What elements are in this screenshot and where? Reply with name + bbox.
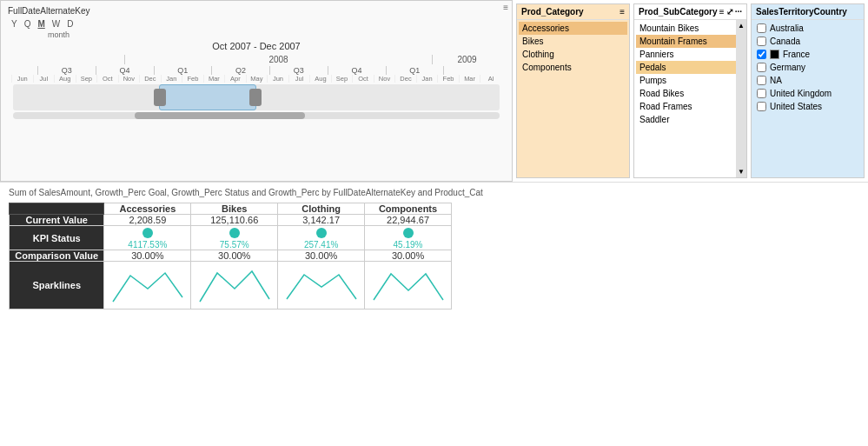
subcategory-pedals[interactable]: Pedals <box>636 61 745 74</box>
kpi-pct-accessories: 4117.53% <box>104 240 190 250</box>
subcategory-mountain-frames[interactable]: Mountain Frames <box>636 35 745 48</box>
territory-uk-checkbox[interactable] <box>757 89 766 98</box>
territory-australia-checkbox[interactable] <box>757 23 766 33</box>
table-row-kpi: KPI Status 4117.53% 75.57% 257.41% 45.19… <box>10 226 452 250</box>
ctrl-w[interactable]: W <box>52 19 60 29</box>
m-nov2: Nov <box>374 75 395 83</box>
prod-category-header: Prod_Category ≡ <box>517 4 629 20</box>
timeline-title: FullDateAlternateKey <box>4 4 508 17</box>
timeline-selection[interactable] <box>159 84 256 110</box>
subcategory-saddles[interactable]: Saddler <box>636 113 745 126</box>
m-dec: Dec <box>139 75 161 83</box>
category-item-components[interactable]: Components <box>519 61 627 74</box>
q-q3: Q3 <box>37 66 96 75</box>
subcategory-road-bikes[interactable]: Road Bikes <box>636 87 745 100</box>
kpi-clothing: 257.41% <box>278 226 365 250</box>
territory-germany-checkbox[interactable] <box>757 63 766 72</box>
territory-us-label: United States <box>770 102 822 111</box>
ctrl-q[interactable]: Q <box>24 19 31 29</box>
kpi-components: 45.19% <box>365 226 452 250</box>
m-nov: Nov <box>118 75 140 83</box>
territory-canada-checkbox[interactable] <box>757 37 766 46</box>
kpi-dot-clothing <box>316 228 327 238</box>
timeline-scroll-thumb[interactable] <box>135 112 305 119</box>
metric-current-value: Current Value <box>10 215 104 226</box>
table-row-sparklines: Sparklines <box>10 262 452 310</box>
ctrl-d[interactable]: D <box>67 19 73 29</box>
comp-components: 30.00% <box>365 250 452 262</box>
q-q4: Q4 <box>96 66 154 75</box>
territory-na[interactable]: NA <box>753 74 862 87</box>
category-item-clothing[interactable]: Clothing <box>519 48 627 61</box>
chart-subtitle: Sum of SalesAmount, Growth_Perc Goal, Gr… <box>9 188 859 197</box>
m-jul: Jul <box>33 75 55 83</box>
prod-subcategory-header: Prod_SubCategory ≡ ⤢ ··· <box>634 4 746 20</box>
kpi-dot-bikes <box>229 228 240 238</box>
territory-na-checkbox[interactable] <box>757 76 766 85</box>
sparkline-svg-accessories <box>109 263 187 306</box>
subcategory-pumps[interactable]: Pumps <box>636 74 745 87</box>
territory-uk[interactable]: United Kingdom <box>753 87 862 100</box>
territory-germany[interactable]: Germany <box>753 61 862 74</box>
territory-list: Australia Canada France Germany N <box>752 20 864 177</box>
subcategory-panniers[interactable]: Panniers <box>636 48 745 61</box>
m-aug2: Aug <box>309 75 331 83</box>
timeline-bar[interactable] <box>13 84 500 110</box>
territory-us[interactable]: United States <box>753 100 862 113</box>
subcategory-scroll-up-icon[interactable]: ▲ <box>738 22 745 30</box>
m-apr: Apr <box>224 75 246 83</box>
cv-components: 22,944.67 <box>365 215 452 226</box>
territory-australia[interactable]: Australia <box>753 22 862 35</box>
subcategory-more-icon[interactable]: ··· <box>735 7 742 17</box>
kpi-pct-clothing: 257.41% <box>278 240 364 250</box>
cv-bikes: 125,110.66 <box>191 215 278 226</box>
subcategory-menu-icon[interactable]: ≡ <box>719 7 725 17</box>
comp-bikes: 30.00% <box>191 250 278 262</box>
prod-category-title: Prod_Category <box>521 7 584 17</box>
timeline-handle-left[interactable] <box>154 89 166 106</box>
sparkline-accessories <box>104 262 191 310</box>
m-oct: Oct <box>96 75 118 83</box>
subcategory-scroll-down-icon[interactable]: ▼ <box>738 168 745 176</box>
kpi-accessories: 4117.53% <box>104 226 191 250</box>
ctrl-y[interactable]: Y <box>11 19 17 29</box>
m-oct2: Oct <box>352 75 374 83</box>
sparkline-clothing <box>278 262 365 310</box>
territory-na-label: NA <box>770 76 782 85</box>
territory-canada[interactable]: Canada <box>753 35 862 48</box>
ctrl-m[interactable]: M <box>37 19 44 29</box>
kpi-pct-bikes: 75.57% <box>191 240 277 250</box>
territory-france-checkbox[interactable] <box>757 50 766 59</box>
m-mar2: Mar <box>459 75 480 83</box>
subcategory-mountain-bikes[interactable]: Mountain Bikes <box>636 22 745 35</box>
timeline-menu-icon[interactable]: ≡ <box>503 3 508 12</box>
m-sep2: Sep <box>331 75 353 83</box>
timeline-controls: Y Q M W D <box>4 17 508 30</box>
kpi-dot-components <box>403 228 414 238</box>
m-mar: Mar <box>203 75 225 83</box>
territory-france[interactable]: France <box>753 48 862 61</box>
timeline-handle-right[interactable] <box>249 89 262 106</box>
sparkline-components <box>365 262 452 310</box>
m-jun2: Jun <box>267 75 288 83</box>
metric-header-cell <box>10 203 104 215</box>
m-may: May <box>246 75 268 83</box>
territory-uk-label: United Kingdom <box>770 89 832 98</box>
territory-header: SalesTerritoryCountry <box>752 4 864 20</box>
timeline-panel: ≡ FullDateAlternateKey Y Q M W D month O… <box>0 0 513 182</box>
metric-kpi-status: KPI Status <box>10 226 104 250</box>
q-q1-2009: Q1 <box>386 66 444 75</box>
timeline-unit-label: month <box>4 30 508 39</box>
timeline-scrollbar[interactable] <box>13 112 500 119</box>
kpi-pct-components: 45.19% <box>365 240 451 250</box>
prod-category-list: Accessories Bikes Clothing Components <box>517 20 629 177</box>
category-menu-icon[interactable]: ≡ <box>620 7 625 17</box>
q-q3-pre <box>11 66 37 75</box>
category-item-bikes[interactable]: Bikes <box>519 35 627 48</box>
subcategory-expand-icon[interactable]: ⤢ <box>726 7 733 17</box>
prod-subcategory-list: Mountain Bikes Mountain Frames Panniers … <box>634 20 746 177</box>
territory-us-checkbox[interactable] <box>757 102 766 111</box>
col-header-clothing: Clothing <box>278 203 365 215</box>
subcategory-road-frames[interactable]: Road Frames <box>636 100 745 113</box>
category-item-accessories[interactable]: Accessories <box>519 22 627 35</box>
